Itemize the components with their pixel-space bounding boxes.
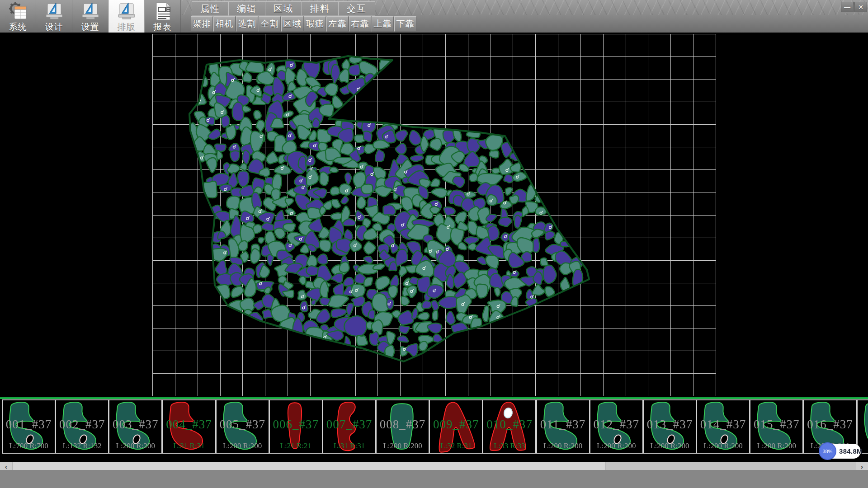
toolbar-button-4[interactable]: 排版 xyxy=(108,0,145,33)
part-thumbnail-3[interactable]: 003_#37L:200 R:200 xyxy=(108,399,162,454)
toolbar-button-label: 设计 xyxy=(45,21,63,33)
part-lr-count: L:21 R:21 xyxy=(270,441,322,450)
system-gear-icon xyxy=(8,2,28,21)
part-id-label: 009_#37 xyxy=(430,418,482,432)
action-button-5[interactable]: 区域 xyxy=(281,16,303,32)
menu-tab-4[interactable]: 排料 xyxy=(302,1,338,16)
part-id-label: 002_#37 xyxy=(56,418,108,432)
action-button-1[interactable]: 聚排 xyxy=(191,16,213,32)
part-thumbnail-13[interactable]: 013_#37L:200 R:200 xyxy=(643,399,697,454)
filmstrip-separator xyxy=(0,396,868,399)
memory-percent-circle: 38% xyxy=(819,442,836,460)
action-button-7[interactable]: 左靠 xyxy=(326,16,349,32)
toolbar-button-2[interactable]: 设计 xyxy=(36,0,72,33)
part-thumbnail-1[interactable]: 001_#37L:700 R:700 xyxy=(2,399,56,454)
app-window: 系统设计设置排版报表 属性编辑区域排料交互 聚排相机选割全割区域瑕疵左靠右靠上靠… xyxy=(0,0,868,488)
part-id-label: 001_#37 xyxy=(3,418,55,432)
menu-tab-strip: 属性编辑区域排料交互 xyxy=(192,1,375,15)
action-button-3[interactable]: 选割 xyxy=(236,16,258,32)
part-thumbnail-10[interactable]: 010_#37L:33 R:33 xyxy=(482,399,536,454)
settings-ruler-icon xyxy=(80,2,101,21)
part-id-label: 015_#37 xyxy=(750,418,802,432)
part-id-label: 006_#37 xyxy=(270,418,322,432)
part-lr-count: L:700 R:700 xyxy=(3,441,55,450)
main-toolbar: 系统设计设置排版报表 xyxy=(0,0,181,33)
action-button-4[interactable]: 全割 xyxy=(259,16,281,32)
part-lr-count: L:200 R:200 xyxy=(590,441,642,450)
scroll-thumb[interactable] xyxy=(12,462,606,470)
action-button-strip: 聚排相机选割全割区域瑕疵左靠右靠上靠下靠 xyxy=(191,16,417,32)
toolbar-button-label: 设置 xyxy=(81,21,99,33)
scroll-left-arrow[interactable]: ‹ xyxy=(0,462,12,470)
action-button-6[interactable]: 瑕疵 xyxy=(304,16,326,32)
part-lr-count: L:200 R:200 xyxy=(697,441,749,450)
window-controls: — ✕ xyxy=(841,2,867,12)
part-thumbnail-4[interactable]: 004_#37L:31 R:31 xyxy=(162,399,216,454)
part-lr-count: L:32 R:31 xyxy=(430,441,482,450)
part-thumbnail-2[interactable]: 002_#37L:132 R:132 xyxy=(55,399,109,454)
action-button-9[interactable]: 上靠 xyxy=(372,16,394,32)
horizontal-scrollbar[interactable]: ‹ › xyxy=(0,462,868,470)
toolbar-button-3[interactable]: 设置 xyxy=(72,0,108,33)
part-thumbnail-6[interactable]: 006_#37L:21 R:21 xyxy=(269,399,323,454)
part-id-label: 012_#37 xyxy=(590,418,642,432)
part-thumbnail-5[interactable]: 005_#37L:200 R:200 xyxy=(216,399,269,454)
close-button[interactable]: ✕ xyxy=(854,2,867,12)
status-bar xyxy=(0,470,868,488)
part-lr-count: L:200 R:200 xyxy=(109,441,161,450)
part-id-label: 004_#37 xyxy=(163,418,215,432)
part-thumbnail-12[interactable]: 012_#37L:200 R:200 xyxy=(590,399,643,454)
menu-tab-2[interactable]: 编辑 xyxy=(228,1,265,16)
part-id-label: 003_#37 xyxy=(109,418,161,432)
design-ruler-icon xyxy=(44,2,65,21)
title-toolbar: 系统设计设置排版报表 属性编辑区域排料交互 聚排相机选割全割区域瑕疵左靠右靠上靠… xyxy=(0,0,868,33)
layout-ruler-icon xyxy=(116,2,137,21)
part-thumbnail-14[interactable]: 014_#37L:200 R:200 xyxy=(696,399,750,454)
part-thumbnail-15[interactable]: 015_#37L:200 R:200 xyxy=(750,399,803,454)
memory-size: 384.8M xyxy=(839,444,863,459)
part-id-label: 008_#37 xyxy=(377,418,429,432)
part-lr-count: L:200 R:200 xyxy=(750,441,802,450)
part-thumbnail-9[interactable]: 009_#37L:32 R:31 xyxy=(429,399,483,454)
nesting-workspace-canvas[interactable] xyxy=(0,33,868,397)
menu-tab-3[interactable]: 区域 xyxy=(265,1,302,16)
scroll-right-arrow[interactable]: › xyxy=(856,462,868,470)
part-id-label: 013_#37 xyxy=(644,418,696,432)
part-lr-count: L:31 R:31 xyxy=(323,441,375,450)
part-lr-count: L:200 R:200 xyxy=(644,441,696,450)
part-thumbnail-11[interactable]: 011_#37L:200 R:200 xyxy=(536,399,590,454)
menu-tab-5[interactable]: 交互 xyxy=(338,1,375,16)
parts-filmstrip: 001_#37L:700 R:700002_#37L:132 R:132003_… xyxy=(0,399,868,454)
part-lr-count: L:200 R:200 xyxy=(377,441,429,450)
action-button-8[interactable]: 右靠 xyxy=(349,16,371,32)
toolbar-button-label: 报表 xyxy=(154,21,172,33)
part-id-label: 010_#37 xyxy=(483,418,535,432)
part-id-label: 007_#37 xyxy=(323,418,375,432)
toolbar-button-5[interactable]: 报表 xyxy=(145,0,181,33)
toolbar-button-label: 排版 xyxy=(118,21,136,33)
part-thumbnail-8[interactable]: 008_#37L:200 R:200 xyxy=(376,399,429,454)
minimize-button[interactable]: — xyxy=(841,2,854,12)
action-button-2[interactable]: 相机 xyxy=(213,16,236,32)
part-id-label: 014_#37 xyxy=(697,418,749,432)
memory-percent: 38% xyxy=(822,449,832,454)
menu-tab-1[interactable]: 属性 xyxy=(192,1,228,16)
part-lr-count: L:200 R:200 xyxy=(537,441,589,450)
part-thumbnail-7[interactable]: 007_#37L:31 R:31 xyxy=(322,399,376,454)
part-id-label: 005_#37 xyxy=(217,418,269,432)
part-id-label: 011_#37 xyxy=(537,418,589,432)
part-lr-count: L:31 R:31 xyxy=(163,441,215,450)
memory-badge: 38% 384.8M xyxy=(820,444,861,459)
toolbar-button-label: 系统 xyxy=(9,21,27,33)
action-button-10[interactable]: 下靠 xyxy=(394,16,416,32)
part-id-label: 016_#37 xyxy=(804,418,856,432)
toolbar-button-1[interactable]: 系统 xyxy=(0,0,36,33)
part-lr-count: L:33 R:33 xyxy=(483,441,535,450)
part-lr-count: L:132 R:132 xyxy=(56,441,108,450)
part-lr-count: L:200 R:200 xyxy=(217,441,269,450)
report-document-icon xyxy=(153,2,173,21)
